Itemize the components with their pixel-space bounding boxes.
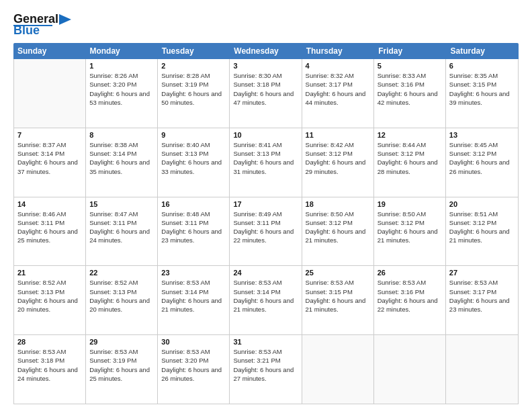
cal-cell [14, 59, 86, 128]
sunset-text: Sunset: 3:12 PM [449, 218, 515, 227]
cal-cell: 29Sunrise: 8:53 AMSunset: 3:19 PMDayligh… [86, 335, 158, 404]
sunrise-text: Sunrise: 8:44 AM [378, 140, 442, 149]
daylight-text: Daylight: 6 hours and 21 minutes. [306, 227, 370, 245]
daylight-text: Daylight: 6 hours and 37 minutes. [17, 158, 82, 176]
daylight-text: Daylight: 6 hours and 31 minutes. [233, 158, 298, 176]
sunrise-text: Sunrise: 8:53 AM [89, 347, 154, 356]
daylight-text: Daylight: 6 hours and 23 minutes. [161, 227, 226, 245]
daylight-text: Daylight: 6 hours and 21 minutes. [161, 296, 226, 314]
daylight-text: Daylight: 6 hours and 35 minutes. [89, 158, 154, 176]
sunrise-text: Sunrise: 8:26 AM [89, 71, 154, 80]
day-number: 21 [17, 269, 82, 277]
sunrise-text: Sunrise: 8:46 AM [17, 210, 82, 218]
sunset-text: Sunset: 3:20 PM [89, 80, 154, 89]
cal-cell: 17Sunrise: 8:49 AMSunset: 3:11 PMDayligh… [230, 197, 302, 266]
sunrise-text: Sunrise: 8:42 AM [306, 140, 370, 149]
day-number: 16 [161, 200, 226, 208]
cal-cell: 30Sunrise: 8:53 AMSunset: 3:20 PMDayligh… [158, 335, 230, 404]
day-number: 5 [378, 62, 442, 70]
day-number: 17 [233, 200, 298, 208]
svg-marker-0 [59, 14, 71, 25]
cal-cell: 23Sunrise: 8:53 AMSunset: 3:14 PMDayligh… [158, 266, 230, 334]
sunset-text: Sunset: 3:14 PM [17, 149, 82, 158]
daylight-text: Daylight: 6 hours and 27 minutes. [233, 365, 298, 383]
sunrise-text: Sunrise: 8:41 AM [233, 140, 298, 149]
sunrise-text: Sunrise: 8:53 AM [233, 347, 298, 356]
cal-cell: 25Sunrise: 8:53 AMSunset: 3:15 PMDayligh… [302, 266, 374, 334]
sunset-text: Sunset: 3:14 PM [89, 149, 154, 158]
calendar-header: SundayMondayTuesdayWednesdayThursdayFrid… [13, 43, 519, 59]
day-number: 12 [378, 131, 442, 139]
sunset-text: Sunset: 3:12 PM [449, 149, 515, 158]
daylight-text: Daylight: 6 hours and 21 minutes. [306, 296, 370, 314]
sunset-text: Sunset: 3:11 PM [17, 218, 82, 227]
cal-cell: 22Sunrise: 8:52 AMSunset: 3:13 PMDayligh… [86, 266, 158, 334]
cal-cell: 4Sunrise: 8:32 AMSunset: 3:17 PMDaylight… [302, 59, 374, 128]
sunrise-text: Sunrise: 8:40 AM [161, 140, 226, 149]
day-number: 7 [17, 131, 82, 139]
sunrise-text: Sunrise: 8:37 AM [17, 140, 82, 149]
sunset-text: Sunset: 3:14 PM [233, 287, 298, 296]
cal-cell: 12Sunrise: 8:44 AMSunset: 3:12 PMDayligh… [374, 128, 446, 197]
sunset-text: Sunset: 3:19 PM [161, 80, 226, 89]
daylight-text: Daylight: 6 hours and 47 minutes. [233, 89, 298, 107]
daylight-text: Daylight: 6 hours and 53 minutes. [89, 89, 154, 107]
daylight-text: Daylight: 6 hours and 23 minutes. [449, 296, 515, 314]
day-number: 8 [89, 131, 154, 139]
day-number: 14 [17, 200, 82, 208]
day-number: 25 [306, 269, 370, 277]
cal-header-friday: Friday [374, 43, 446, 59]
sunrise-text: Sunrise: 8:53 AM [233, 278, 298, 287]
cal-cell: 2Sunrise: 8:28 AMSunset: 3:19 PMDaylight… [158, 59, 230, 128]
day-number: 31 [233, 338, 298, 346]
sunrise-text: Sunrise: 8:53 AM [17, 347, 82, 356]
sunset-text: Sunset: 3:14 PM [161, 287, 226, 296]
cal-cell: 20Sunrise: 8:51 AMSunset: 3:12 PMDayligh… [446, 197, 518, 266]
daylight-text: Daylight: 6 hours and 39 minutes. [449, 89, 515, 107]
sunset-text: Sunset: 3:11 PM [161, 218, 226, 227]
daylight-text: Daylight: 6 hours and 33 minutes. [161, 158, 226, 176]
sunset-text: Sunset: 3:17 PM [306, 80, 370, 89]
daylight-text: Daylight: 6 hours and 44 minutes. [306, 89, 370, 107]
cal-header-saturday: Saturday [447, 43, 519, 59]
daylight-text: Daylight: 6 hours and 21 minutes. [233, 296, 298, 314]
sunset-text: Sunset: 3:18 PM [233, 80, 298, 89]
cal-week-1: 1Sunrise: 8:26 AMSunset: 3:20 PMDaylight… [14, 59, 518, 128]
cal-cell: 13Sunrise: 8:45 AMSunset: 3:12 PMDayligh… [446, 128, 518, 197]
day-number: 23 [161, 269, 226, 277]
cal-cell: 26Sunrise: 8:53 AMSunset: 3:16 PMDayligh… [374, 266, 446, 334]
sunrise-text: Sunrise: 8:53 AM [449, 278, 515, 287]
sunset-text: Sunset: 3:16 PM [378, 287, 442, 296]
daylight-text: Daylight: 6 hours and 26 minutes. [161, 365, 226, 383]
cal-cell [446, 335, 518, 404]
cal-cell: 9Sunrise: 8:40 AMSunset: 3:13 PMDaylight… [158, 128, 230, 197]
sunset-text: Sunset: 3:15 PM [306, 287, 370, 296]
sunset-text: Sunset: 3:11 PM [233, 218, 298, 227]
cal-header-wednesday: Wednesday [230, 43, 302, 59]
day-number: 19 [378, 200, 442, 208]
cal-week-3: 14Sunrise: 8:46 AMSunset: 3:11 PMDayligh… [14, 197, 518, 267]
daylight-text: Daylight: 6 hours and 25 minutes. [89, 365, 154, 383]
cal-cell: 15Sunrise: 8:47 AMSunset: 3:11 PMDayligh… [86, 197, 158, 266]
sunset-text: Sunset: 3:12 PM [378, 218, 442, 227]
sunrise-text: Sunrise: 8:52 AM [89, 278, 154, 287]
day-number: 28 [17, 338, 82, 346]
day-number: 2 [161, 62, 226, 70]
cal-cell: 1Sunrise: 8:26 AMSunset: 3:20 PMDaylight… [86, 59, 158, 128]
sunrise-text: Sunrise: 8:50 AM [378, 210, 442, 218]
sunrise-text: Sunrise: 8:53 AM [161, 347, 226, 356]
daylight-text: Daylight: 6 hours and 22 minutes. [378, 296, 442, 314]
cal-cell: 18Sunrise: 8:50 AMSunset: 3:12 PMDayligh… [302, 197, 374, 266]
cal-cell: 24Sunrise: 8:53 AMSunset: 3:14 PMDayligh… [230, 266, 302, 334]
cal-cell: 5Sunrise: 8:33 AMSunset: 3:16 PMDaylight… [374, 59, 446, 128]
day-number: 11 [306, 131, 370, 139]
cal-header-monday: Monday [85, 43, 157, 59]
sunrise-text: Sunrise: 8:30 AM [233, 71, 298, 80]
sunrise-text: Sunrise: 8:32 AM [306, 71, 370, 80]
logo: General Blue [13, 12, 71, 38]
cal-cell: 7Sunrise: 8:37 AMSunset: 3:14 PMDaylight… [14, 128, 86, 197]
day-number: 18 [306, 200, 370, 208]
daylight-text: Daylight: 6 hours and 20 minutes. [17, 296, 82, 314]
daylight-text: Daylight: 6 hours and 28 minutes. [378, 158, 442, 176]
sunrise-text: Sunrise: 8:48 AM [161, 210, 226, 218]
